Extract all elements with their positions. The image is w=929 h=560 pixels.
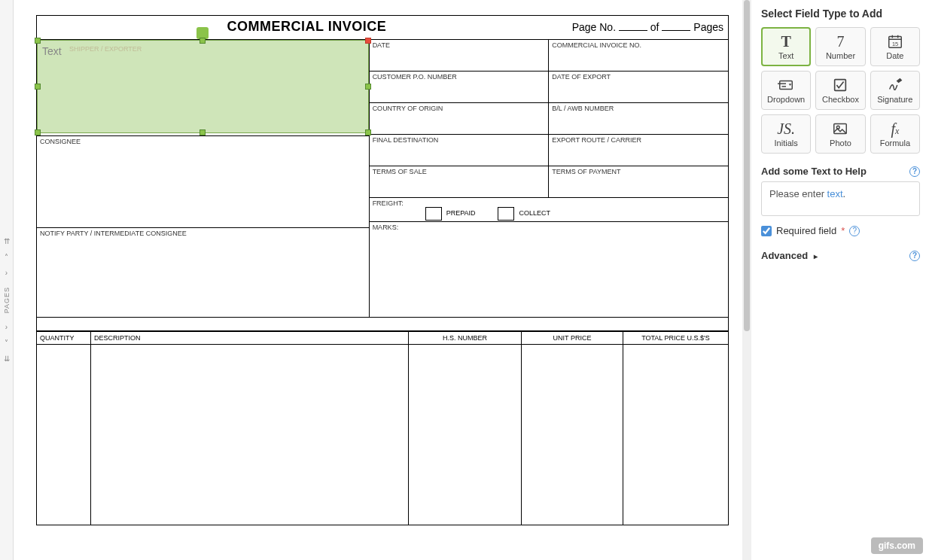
consignee-cell[interactable]: CONSIGNEE (37, 136, 369, 228)
advanced-toggle[interactable]: Advanced ▸ ? (761, 250, 920, 261)
properties-panel: Select Field Type to Add TText7Number15D… (751, 0, 929, 560)
terms-payment-cell[interactable]: TERMS OF PAYMENT (549, 166, 728, 197)
items-table: QUANTITY DESCRIPTION H.S. NUMBER UNIT PR… (36, 331, 729, 525)
watermark: gifs.com (871, 537, 923, 554)
field-type-label: Initials (775, 138, 798, 148)
required-help-icon[interactable]: ? (849, 226, 860, 236)
freight-cell[interactable]: FREIGHT: PREPAID COLLECT (370, 198, 728, 221)
resize-handle-bm[interactable] (200, 129, 206, 135)
vertical-scrollbar[interactable] (742, 0, 751, 560)
origin-cell[interactable]: COUNTRY OF ORIGIN (370, 103, 550, 134)
date-cell[interactable]: DATE (370, 40, 550, 71)
resize-handle-bl[interactable] (35, 129, 41, 135)
resize-handle-tl[interactable] (35, 38, 41, 44)
pages-next-icon[interactable]: › (5, 323, 8, 331)
field-type-label: Formula (880, 138, 910, 148)
field-type-label: Text (778, 51, 793, 60)
destination-cell[interactable]: FINAL DESTINATION (370, 135, 550, 166)
shipper-cell[interactable]: Text SHIPPER / EXPORTER (37, 40, 369, 136)
marks-cell[interactable]: MARKS: (370, 222, 728, 309)
pages-first-icon[interactable]: ⇈ (4, 237, 10, 245)
field-type-grid: TText7Number15DateDropdownCheckboxSignat… (761, 27, 920, 154)
col-quantity: QUANTITY (37, 332, 91, 345)
help-info-icon[interactable]: ? (909, 166, 920, 177)
svg-text:15: 15 (892, 41, 898, 47)
field-type-label: Dropdown (767, 95, 805, 104)
required-label: Required field (776, 225, 836, 236)
pages-down-icon[interactable]: ˅ (5, 339, 8, 347)
page-number-info: Page No. of Pages (572, 21, 723, 33)
document: COMMERCIAL INVOICE Page No. of Pages Tex… (36, 15, 729, 525)
field-type-photo[interactable]: Photo (815, 114, 865, 154)
pages-up-icon[interactable]: ˄ (5, 253, 8, 261)
route-cell[interactable]: EXPORT ROUTE / CARRIER (549, 135, 728, 166)
field-type-label: Number (826, 51, 855, 60)
field-type-label: Date (886, 51, 903, 60)
field-type-initials[interactable]: JS.Initials (761, 114, 811, 154)
chevron-right-icon: ▸ (814, 252, 818, 260)
required-checkbox[interactable] (761, 226, 772, 236)
table-row[interactable] (37, 345, 729, 525)
resize-handle-tm[interactable] (200, 38, 206, 44)
required-star-icon: * (841, 225, 845, 236)
canvas[interactable]: COMMERCIAL INVOICE Page No. of Pages Tex… (14, 0, 751, 560)
notify-cell[interactable]: NOTIFY PARTY / INTERMEDIATE CONSIGNEE (37, 228, 369, 317)
text-field-selected[interactable]: Text SHIPPER / EXPORTER (37, 40, 369, 133)
collect-checkbox[interactable] (498, 207, 514, 221)
help-text-input[interactable]: Please enter text. (761, 181, 920, 216)
awb-cell[interactable]: B/L / AWB NUMBER (549, 103, 728, 134)
po-number-cell[interactable]: CUSTOMER P.O. NUMBER (370, 72, 550, 102)
field-placeholder-label: Text (42, 45, 62, 57)
pages-prev-icon[interactable]: › (5, 269, 8, 277)
terms-sale-cell[interactable]: TERMS OF SALE (370, 166, 550, 197)
field-type-date[interactable]: 15Date (870, 27, 920, 66)
scrollbar-thumb[interactable] (744, 0, 750, 331)
advanced-help-icon[interactable]: ? (909, 251, 920, 261)
field-type-text[interactable]: TText (761, 27, 811, 66)
resize-handle-ml[interactable] (35, 84, 41, 90)
export-date-cell[interactable]: DATE OF EXPORT (549, 72, 728, 102)
field-type-label: Photo (830, 138, 851, 148)
prepaid-checkbox[interactable] (425, 207, 442, 221)
pages-sidebar: ⇈ ˄ › PAGES › ˅ ⇊ (0, 0, 14, 560)
col-total-price: TOTAL PRICE U.S.$'S (623, 332, 729, 345)
field-type-label: Signature (877, 95, 912, 104)
field-type-dropdown[interactable]: Dropdown (761, 71, 811, 110)
col-description: DESCRIPTION (91, 332, 409, 345)
shipper-label: SHIPPER / EXPORTER (69, 45, 142, 53)
pages-label: PAGES (3, 287, 11, 313)
doc-title: COMMERCIAL INVOICE (41, 19, 572, 35)
help-section-title: Add some Text to Help (761, 166, 867, 177)
field-type-checkbox[interactable]: Checkbox (815, 71, 865, 110)
panel-title: Select Field Type to Add (761, 8, 920, 20)
field-type-label: Checkbox (822, 95, 859, 104)
field-type-formula[interactable]: fxFormula (870, 114, 920, 154)
field-type-signature[interactable]: Signature (870, 71, 920, 110)
invoice-no-cell[interactable]: COMMERCIAL INVOICE NO. (549, 40, 728, 71)
pages-last-icon[interactable]: ⇊ (4, 355, 10, 363)
field-type-number[interactable]: 7Number (815, 27, 865, 66)
col-hs-number: H.S. NUMBER (409, 332, 522, 345)
col-unit-price: UNIT PRICE (522, 332, 623, 345)
